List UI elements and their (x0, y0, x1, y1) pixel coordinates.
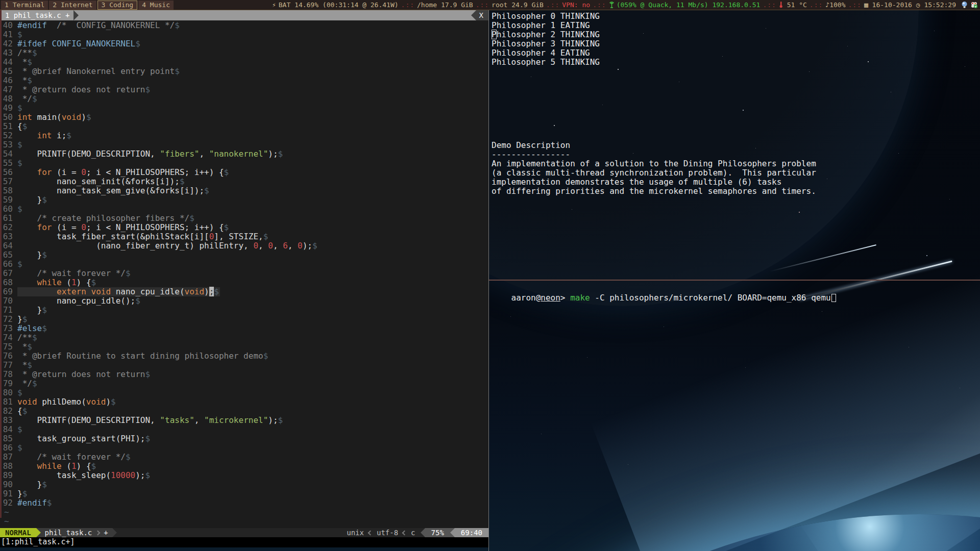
line-text: #else$ (17, 324, 47, 333)
code-line: 72}$ (0, 315, 488, 324)
line-number: 77 (0, 361, 17, 370)
network-status: (059% @ Quack, 11 Mb/s) 192.168.0.51 (609, 1, 761, 9)
line-number: 65 (0, 251, 17, 260)
antenna-icon (609, 2, 615, 8)
separator: .:: (593, 1, 606, 9)
code-line: 49$ (0, 104, 488, 113)
line-text: task_sleep(10000);$ (17, 471, 150, 480)
line-text: * @return does not return$ (17, 370, 150, 379)
terminal-buffer-title: [1:phil_task.c+] (0, 537, 488, 547)
separator: .:: (848, 1, 861, 9)
code-line: 40#endif /* CONFIG_NANOKERNEL */$ (0, 21, 488, 30)
pane-split-border[interactable] (489, 280, 980, 281)
line-number: 48 (0, 94, 17, 104)
line-number: 44 (0, 58, 17, 67)
file-format: unix (347, 528, 364, 537)
line-number: 42 (0, 39, 17, 48)
chevron-left-icon (402, 530, 407, 535)
line-number: 62 (0, 223, 17, 232)
workspace-switcher: 1 Terminal2 Internet3 Coding4 Music (0, 0, 174, 10)
line-text: }$ (17, 306, 47, 315)
line-number: 69 (0, 287, 17, 296)
line-text: /**$ (17, 48, 37, 58)
volume-status: ♪100% (825, 1, 845, 9)
empty-line-marker: ~ (0, 508, 488, 517)
line-number: 52 (0, 131, 17, 140)
line-number: 55 (0, 159, 17, 168)
code-line: 54 PRINTF(DEMO_DESCRIPTION, "fibers", "n… (0, 149, 488, 159)
pane-edge-marker (0, 10, 2, 518)
code-line: 62 for (i = 0; i < N_PHILOSOPHERS; i++) … (0, 223, 488, 232)
line-text: }$ (17, 489, 27, 498)
line-text: * @brief Nanokernel entry point$ (17, 67, 180, 76)
chevron-right-icon (95, 530, 101, 535)
code-line: 82{$ (0, 407, 488, 416)
file-type: c (411, 528, 415, 537)
code-buffer[interactable]: 40#endif /* CONFIG_NANOKERNEL */$41$42#i… (0, 20, 488, 528)
code-line: 73#else$ (0, 324, 488, 333)
line-number: 73 (0, 324, 17, 333)
code-line: 87 /* wait forever */$ (0, 453, 488, 462)
code-line: 88 while (1) {$ (0, 462, 488, 471)
code-line: 81void philDemo(void)$ (0, 397, 488, 407)
code-line: 75 *$ (0, 342, 488, 352)
code-line: 43/**$ (0, 48, 488, 58)
line-text: }$ (17, 480, 47, 489)
line-text: {$ (17, 407, 27, 416)
code-line: 48 */$ (0, 94, 488, 104)
workspace-3-coding[interactable]: 3 Coding (97, 1, 138, 10)
line-text: $ (17, 30, 22, 39)
code-line: 71 }$ (0, 306, 488, 315)
code-line: 57 nano_sem_init(&forks[i]);$ (0, 177, 488, 186)
code-line: 77 *$ (0, 361, 488, 370)
line-text: $ (17, 425, 22, 434)
command-name: make (570, 293, 590, 303)
line-text: while (1) {$ (17, 462, 96, 471)
philosopher-status-line: Philosopher 2 THINKING (492, 30, 600, 39)
temperature-status: 51 °C (779, 1, 807, 9)
vim-cursor: ; (209, 287, 214, 296)
file-encoding: utf-8 (377, 528, 398, 537)
line-text: int main(void)$ (17, 113, 91, 122)
separator: .:: (476, 1, 489, 9)
vpn-status: VPN: no (562, 1, 590, 9)
clock-icon: ◷ (916, 1, 920, 9)
lamp-tray-icon[interactable] (961, 1, 968, 9)
line-text: $ (17, 159, 22, 168)
line-text: /* wait forever */$ (17, 269, 131, 278)
line-number: 75 (0, 342, 17, 352)
line-text: *$ (17, 361, 32, 370)
code-line: 61 /* create philosopher fibers */$ (0, 214, 488, 223)
line-text: $ (17, 140, 22, 149)
line-text: #ifdef CONFIG_NANOKERNEL$ (17, 39, 140, 48)
line-text: }$ (17, 315, 27, 324)
tab-close-button[interactable]: X (476, 10, 488, 20)
line-text: $ (17, 260, 22, 269)
line-text: extern void nano_cpu_idle(void);$ (17, 287, 220, 296)
line-text: }$ (17, 195, 47, 205)
line-number: 46 (0, 76, 17, 85)
line-text: $ (17, 104, 22, 113)
workspace-1-terminal[interactable]: 1 Terminal (1, 1, 48, 10)
qemu-console-output[interactable]: Philosopher 0 THINKINGPhilosopher 1 EATI… (492, 12, 600, 67)
code-line: 91}$ (0, 489, 488, 498)
line-number: 82 (0, 407, 17, 416)
updater-tray-icon[interactable] (970, 1, 978, 9)
code-line: 52 int i;$ (0, 131, 488, 140)
workspace-4-music[interactable]: 4 Music (138, 1, 174, 10)
code-line: 42#ifdef CONFIG_NANOKERNEL$ (0, 39, 488, 48)
line-number: 41 (0, 30, 17, 39)
line-number: 85 (0, 434, 17, 443)
shell-prompt[interactable]: aaron@neon> make -C philosophers/microke… (492, 284, 836, 312)
line-number: 72 (0, 315, 17, 324)
workspace-2-internet[interactable]: 2 Internet (49, 1, 96, 10)
code-line: 90 }$ (0, 480, 488, 489)
line-number: 68 (0, 278, 17, 287)
line-number: 67 (0, 269, 17, 278)
vim-tab-phil-task[interactable]: 1 phil_task.c + (0, 10, 74, 20)
line-text: * @return does not return$ (17, 85, 150, 94)
line-text: * @brief Routine to start dining philoso… (17, 352, 268, 361)
code-line: 46 *$ (0, 76, 488, 85)
separator: .:: (401, 1, 414, 9)
code-line: 89 task_sleep(10000);$ (0, 471, 488, 480)
